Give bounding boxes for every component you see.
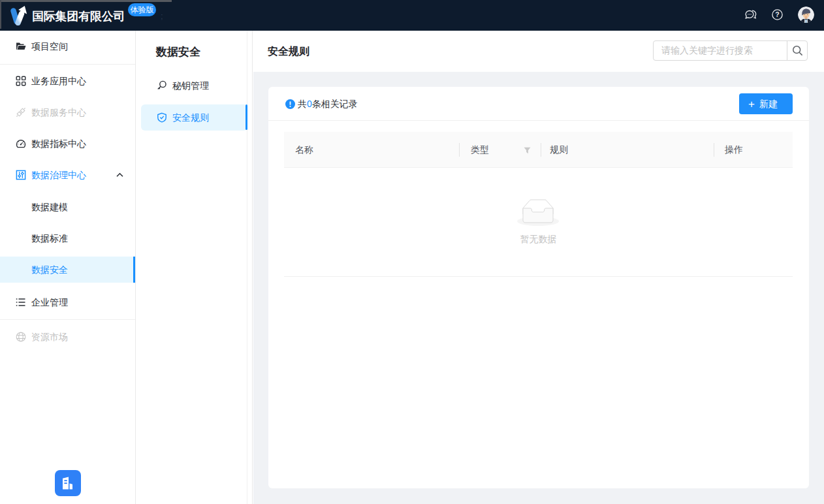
svg-text:?: ? (775, 10, 779, 18)
